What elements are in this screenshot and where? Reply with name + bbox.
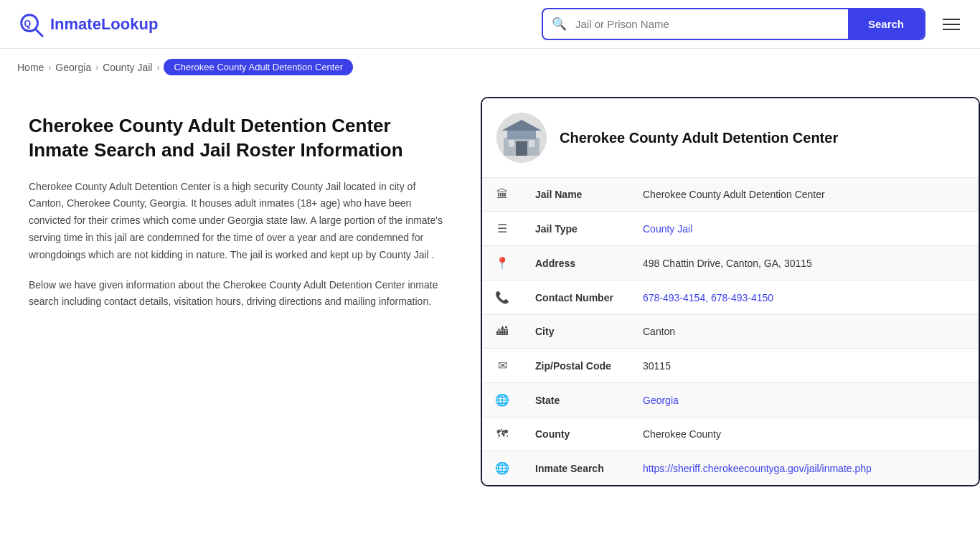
search-button[interactable]: Search bbox=[848, 9, 924, 39]
facility-image bbox=[496, 113, 547, 163]
jail-name-icon: 🏛 bbox=[482, 178, 522, 212]
facility-building-icon bbox=[500, 116, 543, 159]
contact-value: 678-493-4154, 678-493-4150 bbox=[630, 281, 979, 315]
svg-rect-4 bbox=[507, 129, 536, 139]
inmate-search-link[interactable]: https://sheriff.cherokeecountyga.gov/jai… bbox=[643, 463, 872, 474]
breadcrumb: Home › Georgia › County Jail › Cherokee … bbox=[0, 49, 980, 85]
page-title: Cherokee County Adult Detention Center I… bbox=[29, 114, 445, 163]
table-row: ☰ Jail Type County Jail bbox=[482, 212, 979, 246]
hamburger-line-1 bbox=[943, 19, 960, 20]
search-icon: 🔍 bbox=[543, 17, 575, 32]
address-value: 498 Chattin Drive, Canton, GA, 30115 bbox=[630, 246, 979, 281]
main-content: Cherokee County Adult Detention Center I… bbox=[0, 85, 980, 486]
svg-rect-8 bbox=[529, 140, 534, 147]
zip-value: 30115 bbox=[630, 349, 979, 383]
facility-info-table: 🏛 Jail Name Cherokee County Adult Detent… bbox=[482, 177, 979, 485]
facility-info-card: Cherokee County Adult Detention Center 🏛… bbox=[481, 97, 980, 486]
jail-type-value: County Jail bbox=[630, 212, 979, 246]
state-icon: 🌐 bbox=[482, 383, 522, 418]
jail-name-label: Jail Name bbox=[522, 178, 630, 212]
right-column: Cherokee County Adult Detention Center 🏛… bbox=[473, 85, 980, 486]
jail-type-label: Jail Type bbox=[522, 212, 630, 246]
breadcrumb-chevron-2: › bbox=[95, 62, 98, 72]
county-value: Cherokee County bbox=[630, 418, 979, 451]
card-header: Cherokee County Adult Detention Center bbox=[482, 98, 979, 177]
page-description-2: Below we have given information about th… bbox=[29, 277, 445, 311]
svg-text:Q: Q bbox=[24, 18, 32, 28]
contact-icon: 📞 bbox=[482, 281, 522, 315]
city-value: Canton bbox=[630, 315, 979, 349]
left-column: Cherokee County Adult Detention Center I… bbox=[0, 85, 473, 486]
table-row: 🏙 City Canton bbox=[482, 315, 979, 349]
search-input[interactable] bbox=[575, 11, 848, 37]
contact-link[interactable]: 678-493-4154, 678-493-4150 bbox=[643, 292, 773, 303]
state-value: Georgia bbox=[630, 383, 979, 418]
city-icon: 🏙 bbox=[482, 315, 522, 349]
inmate-search-label: Inmate Search bbox=[522, 451, 630, 486]
breadcrumb-current: Cherokee County Adult Detention Center bbox=[164, 59, 353, 75]
hamburger-menu-button[interactable] bbox=[940, 16, 963, 33]
search-form: 🔍 Search bbox=[542, 8, 925, 40]
city-label: City bbox=[522, 315, 630, 349]
zip-icon: ✉ bbox=[482, 349, 522, 383]
address-icon: 📍 bbox=[482, 246, 522, 281]
inmate-search-value: https://sheriff.cherokeecountyga.gov/jai… bbox=[630, 451, 979, 486]
table-row: 📞 Contact Number 678-493-4154, 678-493-4… bbox=[482, 281, 979, 315]
logo-icon: Q bbox=[17, 11, 44, 38]
logo[interactable]: Q InmateLookup bbox=[17, 11, 158, 38]
logo-text: InmateLookup bbox=[50, 15, 158, 34]
county-icon: 🗺 bbox=[482, 418, 522, 451]
jail-name-value: Cherokee County Adult Detention Center bbox=[630, 178, 979, 212]
state-link[interactable]: Georgia bbox=[643, 395, 679, 406]
breadcrumb-chevron-3: › bbox=[156, 62, 159, 72]
table-row: 📍 Address 498 Chattin Drive, Canton, GA,… bbox=[482, 246, 979, 281]
header-search-area: 🔍 Search bbox=[542, 8, 963, 40]
jail-type-link[interactable]: County Jail bbox=[643, 223, 692, 235]
table-row: 🌐 Inmate Search https://sheriff.cherokee… bbox=[482, 451, 979, 486]
breadcrumb-georgia[interactable]: Georgia bbox=[55, 62, 91, 73]
zip-label: Zip/Postal Code bbox=[522, 349, 630, 383]
inmate-search-icon: 🌐 bbox=[482, 451, 522, 486]
hamburger-line-2 bbox=[943, 24, 960, 25]
card-title: Cherokee County Adult Detention Center bbox=[560, 130, 838, 146]
table-row: 🗺 County Cherokee County bbox=[482, 418, 979, 451]
jail-type-icon: ☰ bbox=[482, 212, 522, 246]
svg-rect-6 bbox=[516, 141, 527, 156]
breadcrumb-chevron-1: › bbox=[48, 62, 51, 72]
county-label: County bbox=[522, 418, 630, 451]
breadcrumb-home[interactable]: Home bbox=[17, 62, 44, 73]
address-label: Address bbox=[522, 246, 630, 281]
hamburger-line-3 bbox=[943, 29, 960, 30]
svg-rect-7 bbox=[509, 140, 514, 147]
svg-marker-5 bbox=[501, 120, 542, 131]
breadcrumb-county-jail[interactable]: County Jail bbox=[103, 62, 152, 73]
page-description-1: Cherokee County Adult Detention Center i… bbox=[29, 179, 445, 264]
state-label: State bbox=[522, 383, 630, 418]
table-row: 🌐 State Georgia bbox=[482, 383, 979, 418]
site-header: Q InmateLookup 🔍 Search bbox=[0, 0, 980, 49]
svg-line-1 bbox=[36, 29, 43, 36]
table-row: ✉ Zip/Postal Code 30115 bbox=[482, 349, 979, 383]
contact-label: Contact Number bbox=[522, 281, 630, 315]
table-row: 🏛 Jail Name Cherokee County Adult Detent… bbox=[482, 178, 979, 212]
